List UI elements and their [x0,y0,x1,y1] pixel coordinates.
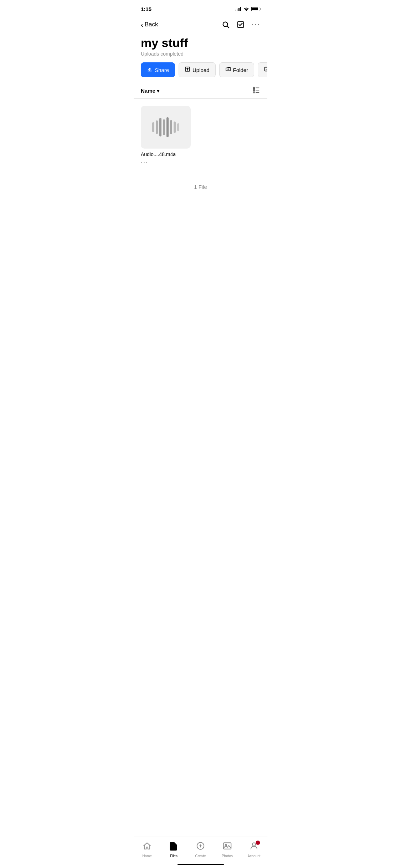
status-bar: 1:15 [134,0,267,16]
scan-icon [264,66,267,73]
sort-name-button[interactable]: Name ▾ [141,88,159,94]
sort-bar: Name ▾ [134,80,267,99]
svg-rect-14 [253,92,255,93]
back-chevron-icon: ‹ [141,21,143,29]
wifi-icon [243,7,249,11]
file-grid: Audio....48.m4a ··· [134,99,267,173]
share-label: Share [155,67,169,73]
svg-rect-12 [253,89,255,91]
status-icons [235,7,260,11]
status-time: 1:15 [141,6,151,12]
page-subtitle: Uploads completed [141,51,260,57]
file-item[interactable]: Audio....48.m4a ··· [141,106,191,166]
file-more-button[interactable]: ··· [141,159,191,166]
page-header: my stuff Uploads completed [134,33,267,62]
select-button[interactable] [237,21,245,29]
folder-button[interactable]: Folder [219,62,255,77]
action-buttons: Share Upload Folder S [134,62,267,77]
upload-label: Upload [192,67,210,73]
nav-actions: ··· [222,20,260,29]
battery-icon [251,7,260,11]
sort-chevron-icon: ▾ [157,88,159,94]
search-button[interactable] [222,21,230,29]
share-button[interactable]: Share [141,62,175,77]
more-button[interactable]: ··· [252,20,260,29]
folder-icon [225,66,231,73]
svg-line-1 [227,26,229,28]
audio-waveform-icon [152,117,179,138]
back-button[interactable]: ‹ Back [141,21,158,29]
share-icon [147,66,153,73]
file-thumbnail [141,106,191,149]
folder-label: Folder [233,67,248,73]
signal-icon [235,7,241,11]
upload-button[interactable]: Upload [179,62,216,77]
sort-label: Name [141,88,155,94]
back-label: Back [145,21,158,28]
page-title: my stuff [141,36,260,50]
file-count: 1 File [134,177,267,197]
upload-icon [185,66,190,73]
svg-rect-10 [253,87,255,89]
file-name: Audio....48.m4a [141,151,191,157]
nav-bar: ‹ Back ··· [134,16,267,33]
scan-button[interactable]: S [258,62,267,77]
view-toggle-button[interactable] [252,86,260,95]
